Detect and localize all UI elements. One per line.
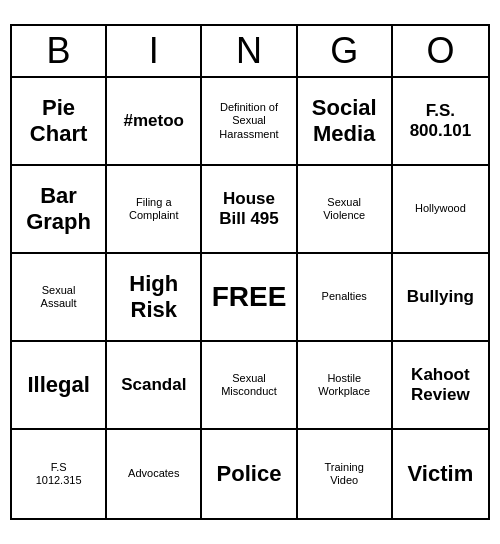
bingo-cell-20[interactable]: F.S 1012.315	[12, 430, 107, 518]
bingo-cell-9[interactable]: Hollywood	[393, 166, 488, 254]
bingo-cell-15[interactable]: Illegal	[12, 342, 107, 430]
bingo-cell-5[interactable]: Bar Graph	[12, 166, 107, 254]
bingo-cell-text-18: Hostile Workplace	[318, 372, 370, 398]
bingo-cell-text-11: High Risk	[129, 271, 178, 324]
bingo-cell-text-3: Social Media	[312, 95, 377, 148]
bingo-cell-0[interactable]: Pie Chart	[12, 78, 107, 166]
bingo-grid: Pie Chart#metooDefinition of Sexual Hara…	[12, 78, 488, 518]
bingo-cell-text-19: Kahoot Review	[411, 365, 470, 406]
bingo-cell-text-0: Pie Chart	[30, 95, 87, 148]
bingo-cell-text-5: Bar Graph	[26, 183, 91, 236]
bingo-cell-22[interactable]: Police	[202, 430, 297, 518]
bingo-cell-text-12: FREE	[212, 280, 287, 314]
bingo-cell-text-21: Advocates	[128, 467, 179, 480]
bingo-cell-6[interactable]: Filing a Complaint	[107, 166, 202, 254]
bingo-cell-24[interactable]: Victim	[393, 430, 488, 518]
bingo-cell-14[interactable]: Bullying	[393, 254, 488, 342]
bingo-cell-text-13: Penalties	[322, 290, 367, 303]
bingo-cell-8[interactable]: Sexual Violence	[298, 166, 393, 254]
bingo-letter-I: I	[107, 26, 202, 76]
bingo-header: BINGO	[12, 26, 488, 78]
bingo-cell-text-1: #metoo	[124, 111, 184, 131]
bingo-letter-O: O	[393, 26, 488, 76]
bingo-cell-23[interactable]: Training Video	[298, 430, 393, 518]
bingo-cell-text-24: Victim	[408, 461, 474, 487]
bingo-cell-13[interactable]: Penalties	[298, 254, 393, 342]
bingo-cell-text-9: Hollywood	[415, 202, 466, 215]
bingo-cell-1[interactable]: #metoo	[107, 78, 202, 166]
bingo-letter-G: G	[298, 26, 393, 76]
bingo-letter-N: N	[202, 26, 297, 76]
bingo-cell-11[interactable]: High Risk	[107, 254, 202, 342]
bingo-cell-17[interactable]: Sexual Misconduct	[202, 342, 297, 430]
bingo-cell-text-20: F.S 1012.315	[36, 461, 82, 487]
bingo-cell-10[interactable]: Sexual Assault	[12, 254, 107, 342]
bingo-cell-text-15: Illegal	[27, 372, 89, 398]
bingo-cell-text-6: Filing a Complaint	[129, 196, 179, 222]
bingo-cell-3[interactable]: Social Media	[298, 78, 393, 166]
bingo-cell-text-22: Police	[217, 461, 282, 487]
bingo-cell-text-8: Sexual Violence	[323, 196, 365, 222]
bingo-card: BINGO Pie Chart#metooDefinition of Sexua…	[10, 24, 490, 520]
bingo-cell-text-7: House Bill 495	[219, 189, 279, 230]
bingo-cell-21[interactable]: Advocates	[107, 430, 202, 518]
bingo-cell-text-17: Sexual Misconduct	[221, 372, 277, 398]
bingo-cell-text-14: Bullying	[407, 287, 474, 307]
bingo-cell-12[interactable]: FREE	[202, 254, 297, 342]
bingo-cell-7[interactable]: House Bill 495	[202, 166, 297, 254]
bingo-cell-4[interactable]: F.S. 800.101	[393, 78, 488, 166]
bingo-cell-2[interactable]: Definition of Sexual Harassment	[202, 78, 297, 166]
bingo-cell-text-16: Scandal	[121, 375, 186, 395]
bingo-cell-text-23: Training Video	[325, 461, 364, 487]
bingo-cell-text-10: Sexual Assault	[41, 284, 77, 310]
bingo-cell-text-2: Definition of Sexual Harassment	[219, 101, 278, 141]
bingo-cell-19[interactable]: Kahoot Review	[393, 342, 488, 430]
bingo-cell-18[interactable]: Hostile Workplace	[298, 342, 393, 430]
bingo-letter-B: B	[12, 26, 107, 76]
bingo-cell-16[interactable]: Scandal	[107, 342, 202, 430]
bingo-cell-text-4: F.S. 800.101	[410, 101, 471, 142]
